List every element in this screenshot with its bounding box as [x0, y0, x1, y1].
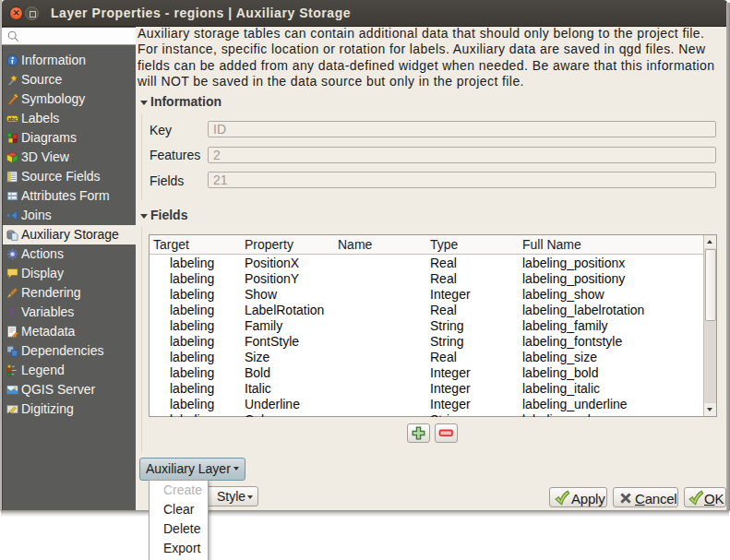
svg-text:abc: abc [8, 116, 18, 122]
